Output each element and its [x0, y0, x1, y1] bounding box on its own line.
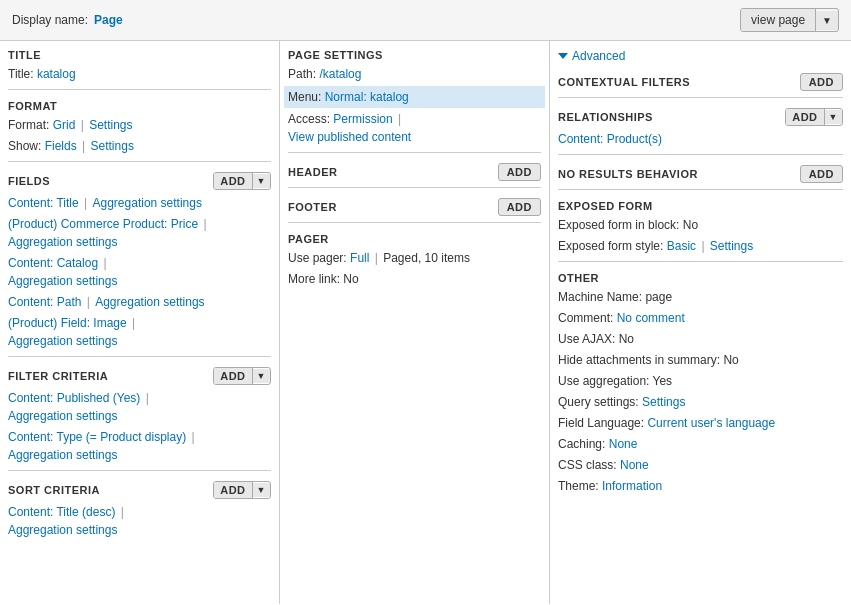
contextual-filters-header: CONTEXTUAL FILTERS add: [558, 73, 843, 91]
exposed-form-style-row: Exposed form style: Basic | Settings: [558, 237, 843, 255]
format-row: Format: Grid | Settings: [8, 116, 271, 134]
menu-value-link[interactable]: Normal: katalog: [325, 90, 409, 104]
field-image-link[interactable]: (Product) Field: Image: [8, 316, 127, 330]
display-name-label: Display name:: [12, 13, 88, 27]
field-language-value-link[interactable]: Current user's language: [647, 416, 775, 430]
view-published-link[interactable]: View published content: [288, 130, 411, 144]
relationships-add-arrow[interactable]: ▼: [825, 110, 842, 124]
machine-name-value: page: [645, 290, 672, 304]
show-settings-link[interactable]: Settings: [91, 139, 134, 153]
query-settings-value-link[interactable]: Settings: [642, 395, 685, 409]
field-content-title-link[interactable]: Content: Title: [8, 196, 79, 210]
fields-item-1: Content: Title | Aggregation settings: [8, 194, 271, 212]
use-pager-value-link[interactable]: Full: [350, 251, 369, 265]
title-row: Title: katalog: [8, 65, 271, 83]
field-image-agg-link[interactable]: Aggregation settings: [8, 334, 117, 348]
filter-criteria-section-header: FILTER CRITERIA add ▼: [8, 367, 271, 385]
fields-item-4: Content: Path | Aggregation settings: [8, 293, 271, 311]
format-settings-link[interactable]: Settings: [89, 118, 132, 132]
field-commerce-price-agg-link[interactable]: Aggregation settings: [8, 235, 117, 249]
access-value-link[interactable]: Permission: [333, 112, 392, 126]
exposed-form-block-row: Exposed form in block: No: [558, 216, 843, 234]
use-aggregation-label: Use aggregation:: [558, 374, 649, 388]
relationships-content-row: Content: Product(s): [558, 130, 843, 148]
hide-attachments-label: Hide attachments in summary:: [558, 353, 720, 367]
advanced-toggle[interactable]: Advanced: [558, 49, 843, 63]
fields-item-5: (Product) Field: Image | Aggregation set…: [8, 314, 271, 350]
filter-type-agg-link[interactable]: Aggregation settings: [8, 448, 117, 462]
hide-attachments-value: No: [723, 353, 738, 367]
filter-type-link[interactable]: Content: Type (= Product display): [8, 430, 186, 444]
format-section-header: FORMAT: [8, 100, 271, 112]
other-header: OTHER: [558, 272, 843, 284]
relationships-add-button[interactable]: add ▼: [785, 108, 843, 126]
path-value-link[interactable]: /katalog: [319, 67, 361, 81]
use-aggregation-row: Use aggregation: Yes: [558, 372, 843, 390]
filter-add-button[interactable]: add ▼: [213, 367, 271, 385]
hide-attachments-row: Hide attachments in summary: No: [558, 351, 843, 369]
view-page-dropdown-arrow[interactable]: ▼: [816, 11, 838, 30]
caching-label: Caching:: [558, 437, 605, 451]
page-settings-header: PAGE SETTINGS: [288, 49, 541, 61]
machine-name-label: Machine Name:: [558, 290, 642, 304]
use-pager-label: Use pager:: [288, 251, 347, 265]
fields-add-button[interactable]: add ▼: [213, 172, 271, 190]
left-panel: TITLE Title: katalog FORMAT Format: Grid…: [0, 41, 280, 604]
fields-section-header: FIELDS add ▼: [8, 172, 271, 190]
sort-title-agg-link[interactable]: Aggregation settings: [8, 523, 117, 537]
contextual-filters-add-button[interactable]: add: [800, 73, 843, 91]
relationships-content-link[interactable]: Content: Product(s): [558, 132, 662, 146]
field-path-link[interactable]: Content: Path: [8, 295, 81, 309]
filter-published-link[interactable]: Content: Published (Yes): [8, 391, 140, 405]
no-results-add-button[interactable]: add: [800, 165, 843, 183]
filter-item-2: Content: Type (= Product display) | Aggr…: [8, 428, 271, 464]
theme-value-link[interactable]: Information: [602, 479, 662, 493]
field-language-row: Field Language: Current user's language: [558, 414, 843, 432]
comment-value-link[interactable]: No comment: [617, 311, 685, 325]
caching-value-link[interactable]: None: [609, 437, 638, 451]
field-catalog-agg-link[interactable]: Aggregation settings: [8, 274, 117, 288]
sort-add-arrow[interactable]: ▼: [253, 483, 270, 497]
use-ajax-label: Use AJAX:: [558, 332, 615, 346]
sort-item-1: Content: Title (desc) | Aggregation sett…: [8, 503, 271, 539]
footer-add-button[interactable]: add: [498, 198, 541, 216]
relationships-header: RELATIONSHIPS add ▼: [558, 108, 843, 126]
path-label: Path:: [288, 67, 316, 81]
top-bar: Display name: Page view page ▼: [0, 0, 851, 41]
pager-extra: Paged, 10 items: [383, 251, 470, 265]
header-add-button[interactable]: add: [498, 163, 541, 181]
use-pager-row: Use pager: Full | Paged, 10 items: [288, 249, 541, 267]
field-commerce-price-link[interactable]: (Product) Commerce Product: Price: [8, 217, 198, 231]
exposed-form-block-label: Exposed form in block:: [558, 218, 679, 232]
query-settings-label: Query settings:: [558, 395, 639, 409]
comment-label: Comment:: [558, 311, 613, 325]
fields-item-3: Content: Catalog | Aggregation settings: [8, 254, 271, 290]
field-catalog-link[interactable]: Content: Catalog: [8, 256, 98, 270]
field-path-agg-link[interactable]: Aggregation settings: [95, 295, 204, 309]
format-label: Format:: [8, 118, 49, 132]
field-content-title-agg-link[interactable]: Aggregation settings: [93, 196, 202, 210]
filter-item-1: Content: Published (Yes) | Aggregation s…: [8, 389, 271, 425]
more-link-row: More link: No: [288, 270, 541, 288]
exposed-form-block-value: No: [683, 218, 698, 232]
format-value-link[interactable]: Grid: [53, 118, 76, 132]
view-page-label[interactable]: view page: [741, 9, 816, 31]
more-link-value: No: [343, 272, 358, 286]
fields-add-arrow[interactable]: ▼: [253, 174, 270, 188]
use-ajax-value: No: [619, 332, 634, 346]
use-aggregation-value: Yes: [653, 374, 673, 388]
show-label: Show:: [8, 139, 41, 153]
title-value-link[interactable]: katalog: [37, 67, 76, 81]
filter-published-agg-link[interactable]: Aggregation settings: [8, 409, 117, 423]
exposed-form-settings-link[interactable]: Settings: [710, 239, 753, 253]
main-content: TITLE Title: katalog FORMAT Format: Grid…: [0, 41, 851, 604]
sort-add-button[interactable]: add ▼: [213, 481, 271, 499]
path-row: Path: /katalog: [288, 65, 541, 83]
filter-add-arrow[interactable]: ▼: [253, 369, 270, 383]
css-class-value-link[interactable]: None: [620, 458, 649, 472]
sort-title-link[interactable]: Content: Title (desc): [8, 505, 115, 519]
fields-link[interactable]: Fields: [45, 139, 77, 153]
view-page-button[interactable]: view page ▼: [740, 8, 839, 32]
exposed-form-style-value-link[interactable]: Basic: [667, 239, 696, 253]
comment-row: Comment: No comment: [558, 309, 843, 327]
